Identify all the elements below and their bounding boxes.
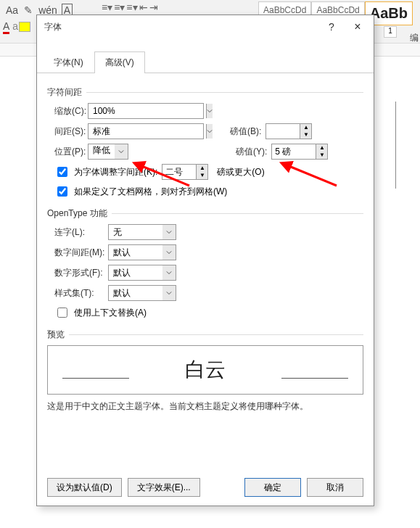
opentype-group: OpenType 功能 连字(L): 无 数字间距(M): 默认 数字形式(F)… <box>47 207 363 320</box>
indent-right-icon[interactable]: ⇥ <box>149 1 158 13</box>
preview-box: 白云 <box>47 345 363 395</box>
tab-advanced[interactable]: 高级(V) <box>94 51 145 73</box>
chevron-down-icon[interactable] <box>162 225 176 239</box>
snap-grid-label: 如果定义了文档网格，则对齐到网格(W) <box>74 186 227 198</box>
styleset-value: 默认 <box>109 286 162 300</box>
styleset-combo[interactable]: 默认 <box>108 285 176 301</box>
spin-up-icon[interactable]: ▲ <box>316 144 327 152</box>
set-default-button[interactable]: 设为默认值(D) <box>47 478 122 497</box>
spacing-by-label: 磅值(B): <box>230 125 261 138</box>
page-edge <box>395 102 417 189</box>
kerning-suffix: 磅或更大(O) <box>217 166 264 178</box>
spin-up-icon[interactable]: ▲ <box>197 165 207 172</box>
opentype-label: OpenType 功能 <box>47 207 107 220</box>
cancel-button[interactable]: 取消 <box>307 478 363 497</box>
preview-group: 预览 白云 这是用于中文的正文主题字体。当前文档主题定义将使用哪种字体。 <box>47 329 363 413</box>
ok-button[interactable]: 确定 <box>244 478 301 497</box>
preview-text: 白云 <box>185 356 226 384</box>
chevron-down-icon[interactable] <box>162 286 176 300</box>
clear-format-icon[interactable]: ✎ <box>22 3 34 17</box>
kerning-input[interactable] <box>162 165 196 179</box>
numspacing-value: 默认 <box>109 245 162 260</box>
preview-label: 预览 <box>47 329 65 341</box>
spin-down-icon[interactable]: ▼ <box>300 131 311 139</box>
spacing-by-spinner[interactable]: ▲▼ <box>265 123 312 139</box>
indent-left-icon[interactable]: ⇤ <box>139 1 148 13</box>
contextual-checkbox[interactable] <box>57 308 67 318</box>
position-value: 降低 <box>88 144 115 159</box>
position-by-input[interactable] <box>272 144 316 159</box>
style-number: 1 <box>384 26 397 38</box>
position-label: 位置(P): <box>54 146 88 158</box>
tab-font[interactable]: 字体(N) <box>43 51 94 73</box>
styleset-label: 样式集(T): <box>54 287 108 300</box>
dialog-title: 字体 <box>44 21 62 33</box>
position-by-label: 磅值(Y): <box>236 146 267 158</box>
bullets-icon[interactable]: ≡▾ <box>102 1 112 13</box>
preview-rule-left <box>62 378 129 379</box>
highlight-color-swatch[interactable] <box>19 22 30 32</box>
scale-input[interactable] <box>88 104 206 118</box>
char-spacing-label: 字符间距 <box>47 86 82 99</box>
numbering-icon[interactable]: ≡▾ <box>114 1 125 13</box>
chevron-down-icon[interactable] <box>162 265 176 280</box>
case-icon[interactable]: Aa <box>4 3 20 17</box>
numforms-value: 默认 <box>109 265 162 280</box>
position-by-spinner[interactable]: ▲▼ <box>271 144 328 160</box>
chevron-down-icon[interactable] <box>115 144 128 159</box>
multilevel-icon[interactable]: ≡▾ <box>126 1 137 13</box>
font-color-icon[interactable]: A <box>3 20 9 34</box>
dialog-tabs: 字体(N) 高级(V) <box>37 51 374 73</box>
spacing-label: 间距(S): <box>54 125 88 138</box>
numforms-combo[interactable]: 默认 <box>108 265 176 281</box>
char-spacing-group: 字符间距 缩放(C): 间距(S): 磅值(B): ▲▼ <box>47 86 363 199</box>
ribbon-list-group: ≡▾ ≡▾ ≡▾ ⇤ ⇥ <box>102 1 158 13</box>
ligatures-label: 连字(L): <box>54 226 108 239</box>
spin-down-icon[interactable]: ▼ <box>316 152 327 159</box>
scale-label: 缩放(C): <box>54 105 88 117</box>
spacing-combo[interactable] <box>88 123 204 139</box>
chevron-down-icon[interactable] <box>162 245 176 260</box>
preview-rule-right <box>281 378 348 379</box>
spin-down-icon[interactable]: ▼ <box>197 172 207 179</box>
kerning-label: 为字体调整字间距(K): <box>74 166 157 178</box>
dialog-button-row: 设为默认值(D) 文字效果(E)... 确定 取消 <box>37 478 374 497</box>
contextual-label: 使用上下文替换(A) <box>74 307 147 319</box>
spacing-by-input[interactable] <box>266 124 300 139</box>
snap-grid-checkbox[interactable] <box>57 186 67 197</box>
font-dialog: 字体 ? × 字体(N) 高级(V) 字符间距 缩放(C): 间距(S): <box>36 15 374 506</box>
position-combo[interactable]: 降低 <box>88 144 128 160</box>
kerning-spinner[interactable]: ▲▼ <box>162 164 208 180</box>
numforms-label: 数字形式(F): <box>54 267 108 279</box>
preview-description: 这是用于中文的正文主题字体。当前文档主题定义将使用哪种字体。 <box>47 400 363 413</box>
ligatures-combo[interactable]: 无 <box>108 224 176 240</box>
spacing-input[interactable] <box>88 124 206 139</box>
chevron-down-icon[interactable] <box>206 104 213 118</box>
dialog-titlebar: 字体 ? × <box>37 15 374 38</box>
ligatures-value: 无 <box>109 225 162 239</box>
chevron-down-icon[interactable] <box>206 124 213 139</box>
scale-combo[interactable] <box>88 103 204 119</box>
numspacing-label: 数字间距(M): <box>54 247 108 259</box>
close-button[interactable]: × <box>345 17 371 37</box>
kerning-checkbox[interactable] <box>57 167 67 177</box>
numspacing-combo[interactable]: 默认 <box>108 244 176 260</box>
text-effects-button[interactable]: 文字效果(E)... <box>128 478 200 497</box>
help-button[interactable]: ? <box>318 17 345 37</box>
spin-up-icon[interactable]: ▲ <box>300 124 311 131</box>
